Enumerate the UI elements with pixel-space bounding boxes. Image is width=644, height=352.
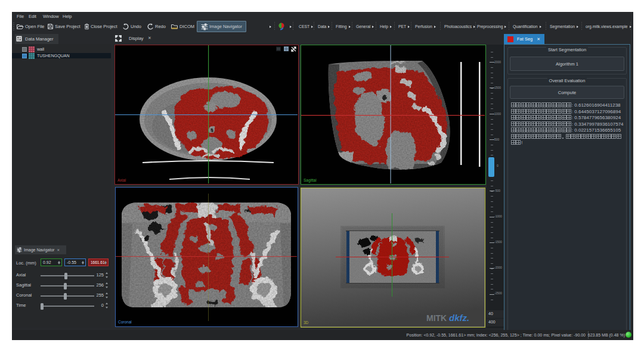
svg-text:Coronal: Coronal xyxy=(118,320,132,324)
svg-text:Axial: Axial xyxy=(117,178,126,182)
svg-text:MITK: MITK xyxy=(426,313,447,323)
svg-text:dkfz.: dkfz. xyxy=(449,313,469,323)
svg-text:Sagittal: Sagittal xyxy=(304,178,317,183)
svg-text:3D: 3D xyxy=(304,320,309,325)
